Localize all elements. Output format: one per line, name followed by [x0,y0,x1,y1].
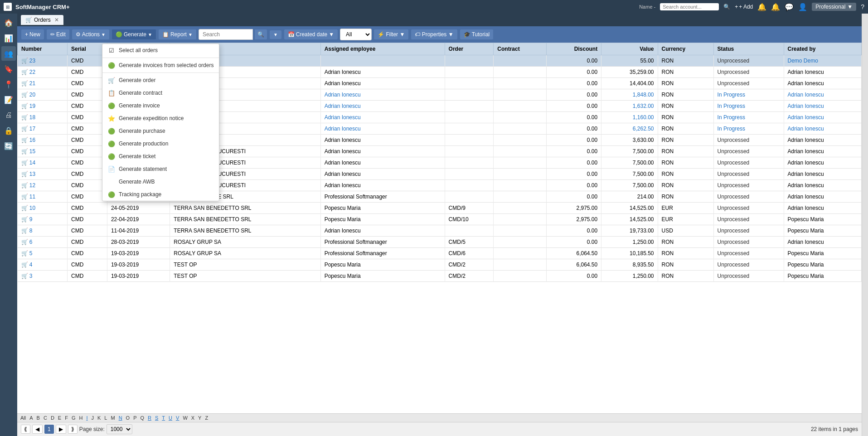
cell-employee[interactable]: Adrian Ionescu [320,89,445,101]
cell-number[interactable]: 🛒 10 [18,203,68,214]
table-row[interactable]: 🛒 5 CMD 19-03-2019 ROSALY GRUP SA Profes… [18,248,862,259]
alpha-link-p[interactable]: P [132,415,138,421]
alpha-link-u[interactable]: U [167,415,174,421]
alpha-link-j[interactable]: J [90,415,95,421]
cell-number[interactable]: 🛒 3 [18,271,68,282]
prev-page-button[interactable]: ◀ [32,425,43,434]
menu-item-select-all[interactable]: ☑ Select all orders [102,44,219,57]
menu-item-generate-awb[interactable]: Generate AWB [102,175,219,188]
cell-status[interactable]: In Progress [713,123,784,135]
tutorial-button[interactable]: 🎓 Tutorial [460,29,494,40]
menu-item-generate-production[interactable]: 🟢 Generate production [102,137,219,150]
cell-number[interactable]: 🛒 22 [18,67,68,78]
sidebar-item-lock[interactable]: 🔒 [1,123,16,138]
help-button[interactable]: ? [861,3,864,10]
all-select[interactable]: All [340,29,372,40]
page-1-button[interactable]: 1 [44,425,54,434]
cell-number[interactable]: 🛒 5 [18,248,68,259]
alpha-link-q[interactable]: Q [139,415,145,421]
sidebar-item-sync[interactable]: 🔄 [1,139,16,153]
cell-number[interactable]: 🛒 16 [18,135,68,146]
cell-employee[interactable]: Adrian Ionescu [320,123,445,135]
menu-item-generate-invoices[interactable]: 🟢 Generate invoices from selected orders [102,59,219,72]
cell-number[interactable]: 🛒 23 [18,55,68,67]
search-account-input[interactable] [660,3,719,10]
alpha-link-s[interactable]: S [154,415,160,421]
edit-button[interactable]: ✏ Edit [46,29,70,40]
cell-number[interactable]: 🛒 20 [18,89,68,101]
page-size-select[interactable]: 1000 [107,424,132,434]
table-row[interactable]: 🛒 6 CMD 28-03-2019 ROSALY GRUP SA Profes… [18,237,862,248]
cell-number[interactable]: 🛒 21 [18,78,68,89]
alpha-link-k[interactable]: K [96,415,102,421]
search-input[interactable] [199,29,253,40]
sidebar-item-print[interactable]: 🖨 [1,108,16,122]
alpha-link-i[interactable]: I [85,415,89,421]
sidebar-item-dashboard[interactable]: 📊 [1,31,16,45]
alarm-icon[interactable]: 🔔 [771,3,780,11]
last-page-button[interactable]: ⟫ [68,425,78,434]
cell-number[interactable]: 🛒 13 [18,169,68,180]
properties-button[interactable]: 🏷 Properties ▼ [411,29,457,40]
cell-status[interactable]: In Progress [713,89,784,101]
alpha-link-e[interactable]: E [57,415,63,421]
notification-icon[interactable]: 🔔 [757,3,766,11]
profile-button[interactable]: Professional ▼ [812,3,856,11]
alpha-link-all[interactable]: All [19,415,27,421]
table-row[interactable]: 🛒 8 CMD 11-04-2019 TERRA SAN BENEDETTO S… [18,225,862,237]
cell-number[interactable]: 🛒 6 [18,237,68,248]
menu-item-generate-order[interactable]: 🛒 Generate order [102,74,219,87]
alpha-link-o[interactable]: O [125,415,131,421]
alpha-link-a[interactable]: A [28,415,34,421]
sidebar-item-crm[interactable]: 👥 [1,46,16,61]
alpha-link-v[interactable]: V [175,415,180,421]
alpha-link-c[interactable]: C [42,415,48,421]
alpha-link-w[interactable]: W [181,415,189,421]
table-row[interactable]: 🛒 4 CMD 19-03-2019 TEST OP Popescu Maria… [18,259,862,271]
alpha-link-g[interactable]: G [70,415,77,421]
table-row[interactable]: 🛒 3 CMD 19-03-2019 TEST OP Popescu Maria… [18,271,862,282]
cell-number[interactable]: 🛒 14 [18,157,68,169]
cell-employee[interactable]: Adrian Ionescu [320,112,445,123]
message-icon[interactable]: 💬 [785,3,794,11]
tab-orders[interactable]: 🛒 Orders ✕ [21,15,63,25]
alpha-link-l[interactable]: L [103,415,108,421]
alpha-link-y[interactable]: Y [197,415,203,421]
cell-status[interactable]: In Progress [713,101,784,112]
sidebar-item-map[interactable]: 📍 [1,77,16,92]
table-row[interactable]: 🛒 10 CMD 24-05-2019 TERRA SAN BENEDETTO … [18,203,862,214]
alpha-link-d[interactable]: D [49,415,56,421]
cell-number[interactable]: 🛒 15 [18,146,68,157]
sidebar-item-bookmark[interactable]: 🔖 [1,62,16,76]
menu-item-generate-invoice[interactable]: 🟢 Generate invoice [102,99,219,112]
cell-number[interactable]: 🛒 17 [18,123,68,135]
sidebar-item-home[interactable]: 🏠 [1,15,16,30]
next-page-button[interactable]: ▶ [56,425,66,434]
cell-number[interactable]: 🛒 19 [18,101,68,112]
menu-item-generate-ticket[interactable]: 🟢 Generate ticket [102,150,219,163]
menu-item-generate-statement[interactable]: 📄 Generate statement [102,163,219,175]
alpha-link-b[interactable]: B [35,415,41,421]
report-button[interactable]: 📋 Report ▼ [158,29,197,40]
filter-button[interactable]: ⚡ Filter ▼ [373,29,409,40]
new-button[interactable]: + New [21,29,44,40]
generate-button[interactable]: 🟢 Generate ▼ [112,29,156,40]
alpha-link-z[interactable]: Z [204,415,209,421]
first-page-button[interactable]: ⟪ [21,425,30,434]
cell-number[interactable]: 🛒 8 [18,225,68,237]
alpha-link-h[interactable]: H [78,415,84,421]
alpha-link-x[interactable]: X [190,415,196,421]
cell-employee[interactable]: Adrian Ionescu [320,101,445,112]
menu-item-tracking-package[interactable]: 🟢 Tracking package [102,188,219,201]
menu-item-generate-contract[interactable]: 📋 Generate contract [102,87,219,99]
alpha-link-m[interactable]: M [109,415,116,421]
alpha-link-f[interactable]: F [63,415,69,421]
alpha-link-n[interactable]: N [117,415,124,421]
menu-item-generate-purchase[interactable]: 🟢 Generate purchase [102,125,219,137]
search-button[interactable]: 🔍 [255,29,267,40]
cell-number[interactable]: 🛒 12 [18,180,68,191]
created-date-button[interactable]: 📅 Created date ▼ [284,29,338,40]
table-row[interactable]: 🛒 9 CMD 22-04-2019 TERRA SAN BENEDETTO S… [18,214,862,225]
cell-number[interactable]: 🛒 4 [18,259,68,271]
cell-number[interactable]: 🛒 18 [18,112,68,123]
